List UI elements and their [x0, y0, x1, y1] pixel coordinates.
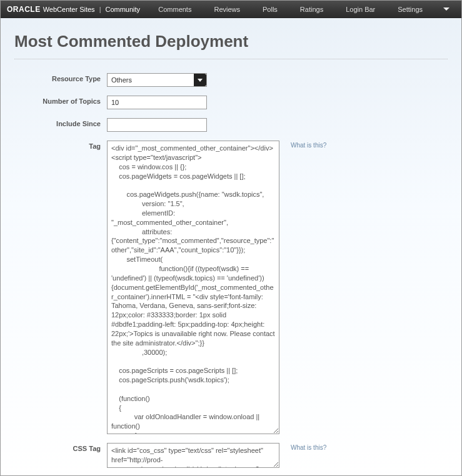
label-css-tag: CSS Tag [14, 443, 107, 452]
css-tag-hint-link[interactable]: What is this? [291, 443, 326, 451]
resource-type-value: Others [108, 76, 194, 84]
nav-settings[interactable]: Settings [386, 1, 434, 17]
label-tag: Tag [14, 141, 107, 150]
label-resource-type: Resource Type [14, 73, 107, 82]
tag-textarea[interactable] [107, 141, 279, 434]
brand-product: WebCenter Sites [43, 6, 95, 13]
top-nav: Comments Reviews Polls Ratings Login Bar… [147, 1, 455, 17]
expand-toggle[interactable] [438, 1, 455, 17]
form: Resource Type Others Number of Topics In… [14, 73, 448, 474]
number-of-topics-input[interactable] [107, 96, 207, 109]
row-include-since: Include Since [14, 118, 448, 132]
nav-polls[interactable]: Polls [251, 1, 289, 17]
include-since-input[interactable] [107, 118, 207, 132]
divider [14, 59, 448, 59]
top-bar: ORACLE WebCenter Sites | Community Comme… [1, 1, 461, 18]
nav-login-bar[interactable]: Login Bar [334, 1, 386, 17]
content-area: Most Commented Deployment Resource Type … [1, 18, 461, 476]
brand-block: ORACLE WebCenter Sites | Community [7, 5, 140, 14]
brand-company: ORACLE [7, 5, 41, 14]
label-number-of-topics: Number of Topics [14, 96, 107, 105]
nav-comments[interactable]: Comments [147, 1, 203, 17]
resource-type-dropdown-button[interactable] [194, 74, 206, 86]
label-include-since: Include Since [14, 118, 107, 127]
row-css-tag: CSS Tag What is this? [14, 443, 448, 468]
resource-type-select[interactable]: Others [107, 73, 207, 87]
row-tag: Tag What is this? [14, 141, 448, 434]
chevron-down-icon [443, 7, 449, 11]
row-resource-type: Resource Type Others [14, 73, 448, 87]
chevron-down-icon [198, 79, 203, 82]
brand-sep: | [99, 6, 101, 13]
css-tag-textarea[interactable] [107, 443, 279, 468]
tag-hint-link[interactable]: What is this? [291, 141, 326, 149]
page-title: Most Commented Deployment [14, 32, 448, 51]
nav-ratings[interactable]: Ratings [289, 1, 334, 17]
row-number-of-topics: Number of Topics [14, 96, 448, 109]
brand-section: Community [105, 6, 140, 13]
nav-reviews[interactable]: Reviews [203, 1, 251, 17]
